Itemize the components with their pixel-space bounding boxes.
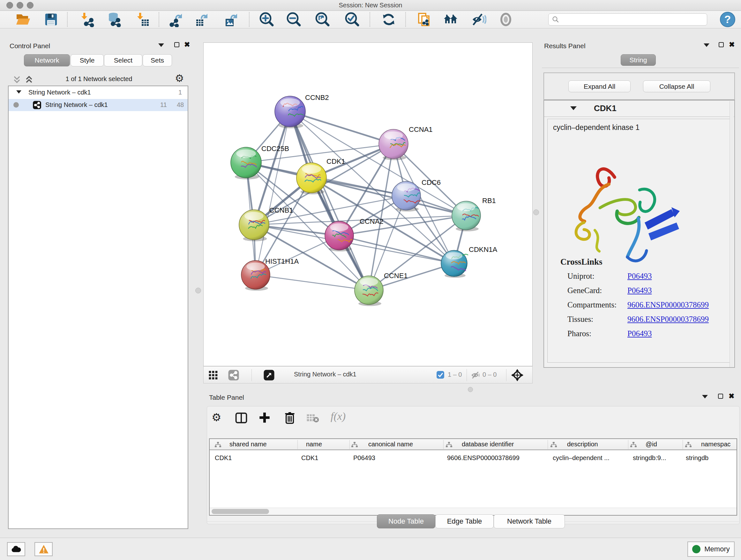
panel-close-icon[interactable]: ✖ <box>184 42 190 47</box>
crosslink-compartments-link[interactable]: 9606.ENSP00000378699 <box>627 300 709 309</box>
collapse-all-button[interactable]: Collapse All <box>643 80 711 92</box>
search-input[interactable] <box>548 13 707 25</box>
crosslink-uniprot-link[interactable]: P06493 <box>627 272 652 281</box>
expand-all-icon[interactable] <box>24 75 34 84</box>
network-node-CCNA2[interactable]: CCNA2 <box>325 217 384 251</box>
network-node-HIST1H1A[interactable]: HIST1H1A <box>241 257 299 291</box>
column-header[interactable]: database identifier <box>462 441 514 448</box>
svg-text:?: ? <box>724 13 731 25</box>
network-row-selected[interactable]: String Network – cdk1 11 48 <box>9 99 188 111</box>
table-panel: Table Panel ✖ ⚙ f(x) shared name name ca… <box>207 391 741 538</box>
results-scrollbar[interactable] <box>730 101 734 367</box>
network-group-count: 1 <box>179 89 182 96</box>
collapse-all-icon[interactable] <box>12 75 22 84</box>
network-node-CCNB2[interactable]: CCNB2 <box>275 94 329 128</box>
panel-float-icon[interactable] <box>719 42 724 47</box>
tab-style[interactable]: Style <box>71 54 104 66</box>
zoom-out-icon[interactable] <box>285 12 302 27</box>
column-header[interactable]: shared name <box>229 441 267 448</box>
table-horizontal-scrollbar[interactable] <box>210 508 737 515</box>
save-session-icon[interactable] <box>42 12 60 27</box>
panel-close-icon[interactable]: ✖ <box>729 42 735 47</box>
export-network-icon[interactable] <box>167 12 185 27</box>
search-field[interactable] <box>559 16 698 23</box>
tab-edge-table[interactable]: Edge Table <box>435 514 494 528</box>
crosslink-label: Uniprot: <box>567 272 595 281</box>
left-splitter-handle[interactable] <box>195 288 201 294</box>
results-panel-title: Results Panel <box>544 42 586 50</box>
selected-checkbox-icon[interactable] <box>436 371 445 379</box>
current-network-dot-icon <box>13 102 19 108</box>
table-settings-gear-icon[interactable]: ⚙ <box>212 411 221 424</box>
panel-menu-icon[interactable] <box>702 395 708 398</box>
export-image-icon[interactable] <box>223 12 241 27</box>
node-label: RB1 <box>482 197 496 205</box>
clone-network-icon[interactable] <box>415 12 433 27</box>
network-node-RB1[interactable]: RB1 <box>452 197 496 231</box>
application-window: Session: New Session <box>0 0 741 560</box>
string-view-icon[interactable] <box>228 369 239 381</box>
tab-select[interactable]: Select <box>104 54 142 66</box>
pan-tool-icon[interactable] <box>511 369 524 381</box>
panel-float-icon[interactable] <box>174 42 179 47</box>
warnings-button[interactable] <box>35 542 53 556</box>
section-collapse-icon[interactable] <box>570 106 577 110</box>
show-all-icon[interactable] <box>497 12 515 27</box>
tab-node-table[interactable]: Node Table <box>377 514 435 528</box>
column-header[interactable]: namespac <box>701 441 731 448</box>
birds-eye-view-icon[interactable] <box>208 370 218 380</box>
scrollbar-thumb[interactable] <box>212 509 269 514</box>
network-node-count: 11 <box>160 101 167 109</box>
tab-network[interactable]: Network <box>24 54 70 66</box>
first-neighbors-icon[interactable] <box>442 12 460 27</box>
zoom-selected-icon[interactable] <box>343 12 361 27</box>
tab-string-results[interactable]: String <box>621 54 656 66</box>
help-icon[interactable]: ? <box>719 12 737 27</box>
network-node-CDKN1A[interactable]: CDKN1A <box>441 246 497 278</box>
crosslink-tissues-link[interactable]: 9606.ENSP00000378699 <box>627 315 709 324</box>
column-header[interactable]: description <box>567 441 598 448</box>
network-node-CCNA1[interactable]: CCNA1 <box>379 125 433 160</box>
search-icon <box>552 16 559 23</box>
panel-float-icon[interactable] <box>718 394 723 399</box>
memory-button[interactable]: Memory <box>687 542 735 557</box>
refresh-view-icon[interactable] <box>380 12 398 27</box>
toolbar-separator <box>67 12 68 27</box>
tab-network-table[interactable]: Network Table <box>494 514 565 528</box>
show-columns-icon[interactable] <box>235 412 248 424</box>
expand-all-button[interactable]: Expand All <box>568 80 630 92</box>
column-header[interactable]: @id <box>646 441 657 448</box>
crosslink-genecard-link[interactable]: P06493 <box>627 286 652 295</box>
network-canvas[interactable]: CCNB2CCNA1CDC25BCDK1CDC6RB1CCNB1CCNA2CDK… <box>203 43 533 366</box>
import-table-from-file-icon[interactable] <box>134 12 152 27</box>
import-network-from-database-icon[interactable] <box>105 12 123 27</box>
zoom-in-icon[interactable] <box>258 12 275 27</box>
network-node-CDC6[interactable]: CDC6 <box>392 179 441 211</box>
column-header[interactable]: name <box>306 441 322 448</box>
import-network-from-file-icon[interactable] <box>78 12 96 27</box>
network-selection-status: 1 of 1 Network selected <box>42 75 156 83</box>
gene-section-header[interactable]: CDK1 <box>544 101 734 117</box>
panel-menu-icon[interactable] <box>704 44 710 47</box>
hide-selected-icon[interactable] <box>470 12 488 27</box>
nav-separator <box>506 369 507 381</box>
add-column-icon[interactable] <box>258 411 271 424</box>
panel-close-icon[interactable]: ✖ <box>729 394 734 399</box>
zoom-fit-icon[interactable] <box>313 12 331 27</box>
column-header[interactable]: canonical name <box>368 441 413 448</box>
tree-expand-icon[interactable] <box>16 90 21 94</box>
export-table-icon[interactable] <box>193 12 211 27</box>
cloud-status-button[interactable] <box>7 542 25 556</box>
right-splitter-handle[interactable] <box>533 209 539 215</box>
delete-column-icon[interactable] <box>283 411 296 424</box>
crosslink-pharos-link[interactable]: P06493 <box>627 329 652 338</box>
column-network-icon <box>685 442 691 448</box>
open-session-icon[interactable] <box>14 12 32 27</box>
hidden-eye-icon <box>471 370 481 380</box>
tab-sets[interactable]: Sets <box>143 54 172 66</box>
network-options-gear-icon[interactable]: ⚙ <box>175 72 184 84</box>
network-group-row[interactable]: String Network – cdk1 1 <box>9 86 188 99</box>
detach-view-icon[interactable] <box>263 369 275 381</box>
network-graph[interactable]: CCNB2CCNA1CDC25BCDK1CDC6RB1CCNB1CCNA2CDK… <box>204 43 532 366</box>
panel-menu-icon[interactable] <box>158 44 164 47</box>
